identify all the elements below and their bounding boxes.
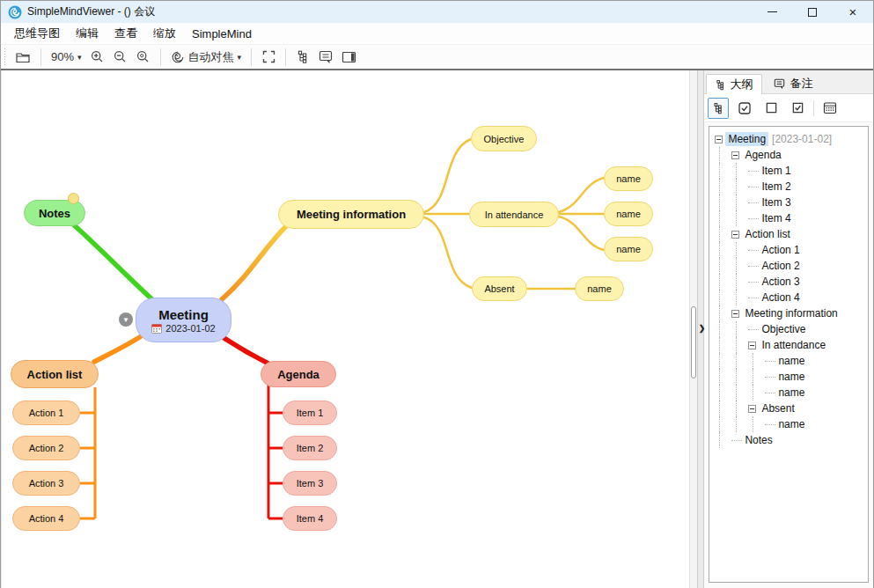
toggle-panel-button[interactable]	[337, 47, 361, 68]
tree-item-label[interactable]: In attendance	[759, 338, 828, 352]
tree-row[interactable]: Meeting[2023-01-02]	[715, 131, 868, 147]
tree-item-label[interactable]: Absent	[759, 401, 797, 415]
tree-item-label[interactable]: name	[775, 386, 807, 400]
tree-item-label[interactable]: Objective	[759, 322, 808, 336]
node-objective[interactable]: Objective	[471, 126, 537, 151]
node-agenda-item[interactable]: Item 2	[283, 436, 337, 460]
node-notes[interactable]: Notes	[24, 200, 85, 226]
note-indicator-dot[interactable]	[68, 193, 79, 204]
sidebar-splitter[interactable]: ❯	[697, 70, 704, 588]
menu-simplemind[interactable]: SimpleMind	[184, 23, 260, 44]
tree-item-label[interactable]: Item 3	[759, 195, 793, 209]
tree-item-label[interactable]: Agenda	[742, 148, 783, 162]
menu-mindmap[interactable]: 思维导图	[6, 23, 68, 44]
autofocus-button[interactable]: 自动对焦 ▾	[166, 47, 246, 68]
tree-item-label[interactable]: Action 2	[759, 259, 802, 273]
tree-row[interactable]: Meeting information	[715, 305, 868, 321]
tree-row[interactable]: Item 4	[715, 210, 868, 226]
check-all-button[interactable]	[734, 98, 755, 119]
tab-notes[interactable]: 备注	[764, 73, 822, 93]
tree-row[interactable]: Item 3	[715, 195, 868, 210]
node-action-item[interactable]: Action 4	[12, 506, 80, 531]
canvas-vertical-scrollbar[interactable]	[689, 70, 697, 588]
tree-item-label[interactable]: Meeting	[725, 132, 768, 146]
node-agenda-item[interactable]: Item 1	[283, 401, 337, 425]
tree-row[interactable]: Action list	[715, 226, 868, 242]
tree-item-label[interactable]: Meeting information	[742, 306, 840, 320]
menu-zoom[interactable]: 缩放	[145, 23, 184, 44]
maximize-button[interactable]	[792, 1, 833, 23]
minimize-button[interactable]	[752, 1, 792, 23]
tree-item-label[interactable]: Item 1	[759, 164, 793, 178]
tree-expander-icon[interactable]	[748, 342, 756, 349]
node-attendee-name[interactable]: name	[604, 166, 653, 191]
splitter-collapse-icon[interactable]: ❯	[698, 324, 705, 333]
tree-item-label[interactable]: Item 2	[759, 180, 793, 194]
tree-row[interactable]: name	[715, 416, 868, 432]
tree-item-label[interactable]: name	[775, 370, 807, 384]
tree-expander-icon[interactable]	[731, 310, 739, 318]
node-absent-name[interactable]: name	[575, 276, 624, 301]
node-meeting-information[interactable]: Meeting information	[278, 200, 424, 229]
node-action-list[interactable]: Action list	[11, 360, 99, 388]
zoom-level-dropdown[interactable]: 90% ▾	[47, 47, 86, 68]
node-meeting[interactable]: Meeting 2023-01-02	[136, 298, 231, 342]
tree-row[interactable]: name	[715, 369, 868, 385]
toggle-outline-button[interactable]	[291, 47, 314, 68]
tree-item-label[interactable]: Notes	[742, 433, 775, 447]
uncheck-all-button[interactable]	[760, 98, 782, 119]
tree-row[interactable]: name	[715, 353, 868, 369]
zoom-reset-button[interactable]	[132, 47, 155, 68]
tree-item-label[interactable]: Action 1	[759, 243, 802, 257]
collapse-toggle-icon[interactable]: ▼	[119, 312, 133, 327]
tree-row[interactable]: name	[715, 385, 868, 401]
tree-expander-icon[interactable]	[748, 405, 756, 413]
node-in-attendance[interactable]: In attendance	[469, 202, 559, 227]
tree-item-label[interactable]: name	[775, 417, 807, 431]
tree-item-label[interactable]: Action list	[742, 227, 792, 241]
mindmap-canvas[interactable]: Notes ▼ Meeting 2023-01-02 Meeting infor…	[1, 70, 697, 588]
tab-outline[interactable]: 大纲	[706, 74, 762, 94]
menu-view[interactable]: 查看	[106, 23, 145, 44]
tree-row[interactable]: In attendance	[715, 337, 868, 353]
tree-row[interactable]: Action 1	[715, 242, 868, 258]
outline-mode-button[interactable]	[708, 98, 729, 119]
tree-row[interactable]: Item 2	[715, 179, 868, 195]
node-attendee-name[interactable]: name	[604, 237, 653, 261]
node-absent[interactable]: Absent	[472, 276, 527, 301]
tree-item-label[interactable]: Action 3	[759, 275, 802, 289]
tree-item-label[interactable]: Item 4	[759, 211, 793, 225]
tree-expander-icon[interactable]	[715, 136, 723, 143]
tree-row[interactable]: Notes	[715, 432, 868, 448]
tree-row[interactable]: Action 2	[715, 258, 868, 274]
tree-row[interactable]: Absent	[715, 401, 868, 416]
tree-row[interactable]: Action 4	[715, 290, 868, 305]
show-checked-button[interactable]	[787, 98, 808, 119]
node-action-item[interactable]: Action 1	[12, 401, 80, 425]
tree-item-label[interactable]: name	[775, 354, 807, 368]
open-file-button[interactable]	[11, 47, 35, 68]
scrollbar-thumb[interactable]	[691, 306, 696, 379]
fullscreen-button[interactable]	[257, 47, 280, 68]
checkbox-checked-all-icon	[738, 101, 752, 115]
node-agenda[interactable]: Agenda	[261, 361, 336, 387]
tree-expander-icon[interactable]	[731, 151, 739, 159]
tree-row[interactable]: Objective	[715, 321, 868, 337]
node-agenda-item[interactable]: Item 3	[283, 471, 337, 496]
tree-row[interactable]: Action 3	[715, 274, 868, 290]
show-dates-button[interactable]	[819, 98, 841, 119]
tree-row[interactable]: Agenda	[715, 147, 868, 163]
node-action-item[interactable]: Action 3	[12, 471, 80, 496]
toggle-notes-button[interactable]	[314, 47, 337, 68]
node-action-item[interactable]: Action 2	[12, 436, 80, 460]
zoom-in-button[interactable]	[86, 47, 109, 68]
node-agenda-item[interactable]: Item 4	[283, 506, 337, 531]
toolbar-grip-icon[interactable]	[3, 48, 8, 66]
tree-item-label[interactable]: Action 4	[759, 290, 802, 305]
zoom-out-button[interactable]	[109, 47, 132, 68]
close-button[interactable]: ×	[833, 1, 873, 23]
node-attendee-name[interactable]: name	[604, 202, 653, 226]
menu-edit[interactable]: 编辑	[68, 23, 106, 44]
tree-row[interactable]: Item 1	[715, 163, 868, 179]
tree-expander-icon[interactable]	[731, 231, 739, 239]
